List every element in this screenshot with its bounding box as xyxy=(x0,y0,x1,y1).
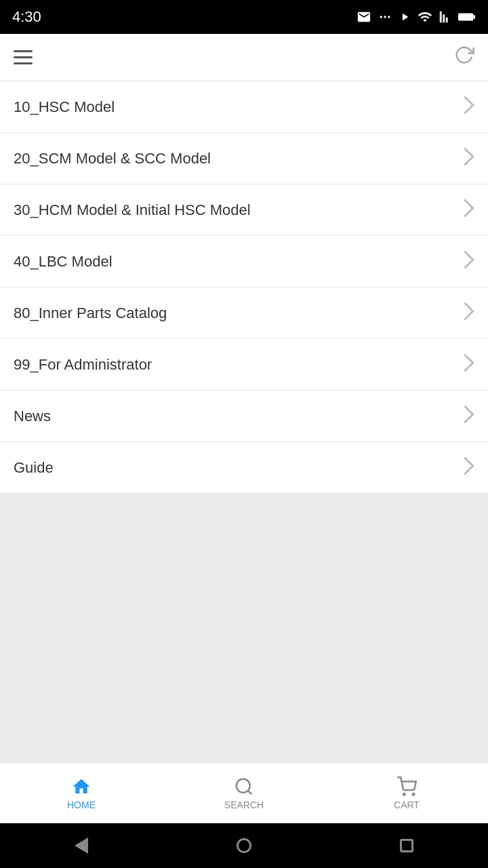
svg-point-1 xyxy=(384,16,386,18)
list-item-label: Guide xyxy=(14,459,54,477)
status-bar: 4:30 xyxy=(0,0,488,34)
list-item-item-8[interactable]: Guide xyxy=(0,442,488,494)
list-item-item-6[interactable]: 99_For Administrator xyxy=(0,339,488,391)
list-item-item-7[interactable]: News xyxy=(0,391,488,442)
list-item-label: 80_Inner Parts Catalog xyxy=(14,304,167,322)
list-item-item-2[interactable]: 20_SCM Model & SCC Model xyxy=(0,133,488,184)
wifi-icon xyxy=(418,9,432,24)
list-item-label: 10_HSC Model xyxy=(14,98,115,116)
svg-point-0 xyxy=(380,16,382,18)
gmail-icon xyxy=(357,9,371,24)
refresh-button[interactable] xyxy=(454,45,474,70)
signal-icon xyxy=(439,9,451,24)
nav-home[interactable]: HOME xyxy=(1,776,162,810)
back-button[interactable] xyxy=(75,837,88,854)
category-list: 10_HSC Model 20_SCM Model & SCC Model 30… xyxy=(0,81,488,494)
app-bar xyxy=(0,34,488,81)
nav-home-label: HOME xyxy=(67,800,96,810)
home-button[interactable] xyxy=(237,838,251,853)
chevron-right-icon xyxy=(464,354,474,375)
play-icon xyxy=(399,11,411,23)
hamburger-line xyxy=(14,62,33,64)
status-time: 4:30 xyxy=(12,8,41,26)
bottom-navigation: HOME SEARCH CART xyxy=(0,762,488,823)
cart-icon xyxy=(396,776,417,797)
home-circle-icon xyxy=(237,838,251,853)
chevron-right-icon xyxy=(464,406,474,427)
hamburger-line xyxy=(14,50,33,52)
svg-point-5 xyxy=(237,778,250,792)
chevron-right-icon xyxy=(464,199,474,220)
android-navigation-bar xyxy=(0,823,488,868)
list-item-item-1[interactable]: 10_HSC Model xyxy=(0,81,488,133)
hamburger-line xyxy=(14,56,33,58)
chevron-right-icon xyxy=(464,302,474,323)
list-item-item-4[interactable]: 40_LBC Model xyxy=(0,236,488,288)
svg-point-7 xyxy=(403,793,405,795)
list-item-item-3[interactable]: 30_HCM Model & Initial HSC Model xyxy=(0,184,488,236)
list-item-label: 99_For Administrator xyxy=(14,356,152,374)
svg-rect-3 xyxy=(458,13,473,20)
chevron-right-icon xyxy=(464,457,474,478)
recents-button[interactable] xyxy=(400,839,413,852)
nav-cart-label: CART xyxy=(394,800,420,810)
nav-cart[interactable]: CART xyxy=(326,776,487,810)
empty-area xyxy=(0,494,488,762)
dots-icon xyxy=(378,10,392,24)
svg-line-6 xyxy=(248,790,251,793)
list-item-label: 30_HCM Model & Initial HSC Model xyxy=(14,201,251,219)
home-icon xyxy=(71,776,92,797)
nav-search-label: SEARCH xyxy=(224,800,264,810)
list-item-label: 40_LBC Model xyxy=(14,253,113,271)
svg-rect-4 xyxy=(473,15,475,19)
list-item-label: 20_SCM Model & SCC Model xyxy=(14,150,211,167)
chevron-right-icon xyxy=(464,96,474,117)
recents-square-icon xyxy=(400,839,413,852)
svg-point-8 xyxy=(413,793,415,795)
chevron-right-icon xyxy=(464,148,474,169)
status-icons xyxy=(357,9,476,24)
hamburger-menu-button[interactable] xyxy=(14,50,33,64)
chevron-right-icon xyxy=(464,251,474,272)
nav-search[interactable]: SEARCH xyxy=(163,776,325,810)
search-icon xyxy=(234,776,254,797)
battery-icon xyxy=(458,12,476,22)
back-triangle-icon xyxy=(75,837,88,854)
list-item-label: News xyxy=(14,408,51,425)
list-item-item-5[interactable]: 80_Inner Parts Catalog xyxy=(0,288,488,339)
svg-point-2 xyxy=(388,16,390,18)
